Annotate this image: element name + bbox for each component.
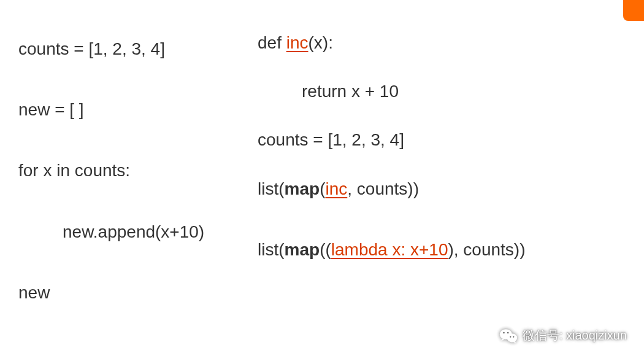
code-text: ), counts)) [448,240,525,259]
code-line: list(map(inc, counts)) [258,177,644,201]
code-text: list( [258,179,285,198]
watermark-label: 微信号: xiaoqizixun [523,327,627,344]
code-text-bold: map [285,179,320,198]
code-text: , counts)) [347,179,419,198]
svg-point-1 [507,333,517,342]
code-line: counts = [1, 2, 3, 4] [18,37,258,61]
right-column: def inc(x): return x + 10 counts = [1, 2… [258,0,644,361]
code-text-error: inc [286,33,309,52]
corner-badge [623,0,644,21]
code-line: return x + 10 [258,79,644,103]
code-line: for x in counts: [18,158,258,182]
code-text: counts = [1, 2, 3, 4] [258,130,404,149]
code-text: (x): [309,33,333,52]
left-column: counts = [1, 2, 3, 4] new = [ ] for x in… [0,0,258,361]
code-text: new = [ ] [18,100,84,119]
code-text: def [258,33,286,52]
code-text-error: lambda x: x+10 [331,240,448,259]
code-text: new [18,283,50,302]
code-text: for x in counts: [18,161,130,180]
code-text: list( [258,240,285,259]
code-text: new.append(x+10) [63,222,204,241]
code-line: new [18,281,258,305]
code-text-error: inc [325,179,347,198]
svg-point-5 [513,336,514,337]
svg-point-2 [503,332,505,333]
svg-point-3 [507,332,509,333]
watermark: 微信号: xiaoqizixun [499,327,627,344]
code-text: return x + 10 [302,82,399,101]
code-text-bold: map [285,240,320,259]
code-line: def inc(x): [258,31,644,55]
code-line: new.append(x+10) [18,220,258,244]
code-text: (( [320,240,331,259]
code-line: new = [ ] [18,98,258,122]
code-line: list(map((lambda x: x+10), counts)) [258,238,644,262]
code-text: counts = [1, 2, 3, 4] [18,39,165,58]
code-line: counts = [1, 2, 3, 4] [258,128,644,152]
slide-content: counts = [1, 2, 3, 4] new = [ ] for x in… [0,0,644,361]
wechat-icon [499,328,518,344]
svg-point-4 [510,336,511,337]
